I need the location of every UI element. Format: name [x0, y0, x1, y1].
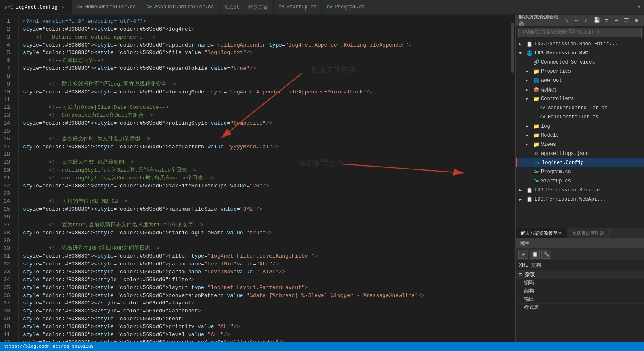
prop-icon-1[interactable]: ⊞ — [518, 250, 528, 259]
toolbar-icon-settings[interactable]: ⚙ — [632, 16, 641, 25]
tree-icon-5: 📦 — [532, 86, 540, 93]
prop-name-schema: 架构 — [524, 287, 583, 295]
tree-item-17[interactable]: ▶📋LDG.Permission.WebApi... — [516, 195, 644, 204]
tree-arrow-16[interactable]: ▶ — [519, 188, 526, 193]
toolbar-icon-filter[interactable]: ☰ — [622, 16, 631, 25]
tree-item-15[interactable]: C#Startup.cs — [516, 177, 644, 186]
properties-header: 属性 — [516, 238, 644, 248]
code-editor[interactable]: <?xml version="1.0" encoding="utf-8"?>st… — [19, 15, 509, 342]
line-number-22: 22 — [0, 182, 14, 190]
line-number-31: 31 — [0, 253, 14, 260]
tree-item-1[interactable]: ▼🌐LDG.Permission.MVC — [516, 49, 644, 58]
tree-item-5[interactable]: ▶📦依赖项 — [516, 85, 644, 94]
line-number-35: 35 — [0, 284, 14, 292]
line-number-38: 38 — [0, 307, 14, 315]
prop-icon-3[interactable]: 🔧 — [541, 250, 551, 259]
tab-log4net[interactable]: xml log4net.Config ✕ — [0, 0, 72, 14]
line-number-30: 30 — [0, 245, 14, 253]
code-line-12: <!--可以为:Once|Size|Date|Composite--> — [23, 104, 509, 112]
tree-arrow-11[interactable]: ▶ — [526, 142, 532, 147]
tree-icon-9: 📁 — [532, 123, 540, 130]
right-panel: 解决方案资源管理器 ↻ ← ⌂ 💾 ≡ ↩ ☰ ⚙ ▶📋LDG.Permissi… — [515, 15, 644, 342]
prop-row-output: 输出 — [516, 295, 644, 304]
prop-icon-2[interactable]: 📋 — [530, 250, 540, 259]
tab-bar: xml log4net.Config ✕ C# HomeController.c… — [0, 0, 644, 15]
tree-label-13: log4net.Config — [542, 160, 642, 166]
tree-arrow-6[interactable]: ▼ — [526, 97, 532, 101]
tree-label-10: Models — [541, 133, 642, 138]
tree-item-12[interactable]: ⚙appsettings.json — [516, 149, 644, 158]
tree-arrow-17[interactable]: ▶ — [519, 197, 526, 202]
tab-cs-icon-2: C# — [146, 5, 152, 10]
tree-item-0[interactable]: ▶📋LDG.Permission.ModelEntit... — [516, 39, 644, 49]
tree-item-10[interactable]: ▶📁Models — [516, 131, 644, 140]
line-number-11: 11 — [0, 96, 14, 104]
tree-item-7[interactable]: C#AccountController.cs — [516, 103, 644, 113]
tab-startup[interactable]: C# Startup.cs — [274, 0, 322, 14]
tree-item-3[interactable]: ▶📁Properties — [516, 67, 644, 76]
bottom-tab-team[interactable]: 团队资源管理器 — [567, 228, 610, 238]
toolbar-icon-home[interactable]: ⌂ — [583, 16, 591, 25]
code-line-38: style="color:#808080"></style="color:#56… — [23, 307, 509, 315]
tab-close-log4net[interactable]: ✕ — [60, 4, 67, 11]
tree-arrow-10[interactable]: ▶ — [526, 133, 532, 138]
code-line-27: <!--置为true,当前最新日志文件名永远为file节中的名字--> — [23, 221, 509, 229]
tab-cs-icon-3: C# — [279, 5, 284, 10]
tab-overflow[interactable]: ▼ — [634, 0, 644, 14]
scrollbar-thumb[interactable] — [511, 23, 514, 73]
prop-name-encoding: 编码 — [524, 279, 583, 286]
code-line-37: style="color:#808080"></style="color:#56… — [23, 299, 509, 307]
tree-item-11[interactable]: ▶📁Views — [516, 140, 644, 149]
editor-scrollbar[interactable] — [509, 15, 515, 342]
tree-item-14[interactable]: C#Program.cs — [516, 167, 644, 177]
tree-item-6[interactable]: ▼📁Controllers — [516, 94, 644, 103]
line-number-33: 33 — [0, 268, 14, 276]
toolbar-icon-preview[interactable]: ↩ — [612, 16, 621, 25]
code-line-19: <!--日志最大个数,都是最新的--> — [23, 159, 509, 167]
code-line-29 — [23, 237, 509, 245]
tree-item-2[interactable]: 🔗Connected Services — [516, 58, 644, 67]
code-line-5: style="color:#808080"><style="color:#569… — [23, 49, 509, 57]
tree-item-8[interactable]: C#HomeController.cs — [516, 113, 644, 122]
tree-icon-16: 📋 — [526, 187, 533, 194]
tree-label-7: AccountController.cs — [548, 105, 642, 111]
toolbar-icon-back[interactable]: ← — [573, 16, 581, 25]
code-line-34: style="color:#808080"></style="color:#56… — [23, 276, 509, 284]
tree-label-1: LDG.Permission.MVC — [534, 50, 642, 56]
tab-nuget[interactable]: NuGet - 解决方案 — [220, 0, 274, 14]
code-line-25: style="color:#808080"><style="color:#569… — [23, 206, 509, 214]
toolbar-icon-sync[interactable]: ↻ — [563, 16, 571, 25]
tab-label-home: HomeController.cs — [85, 4, 136, 10]
solution-search[interactable] — [518, 28, 642, 37]
tab-label-log4net: log4net.Config — [16, 5, 58, 10]
line-number-40: 40 — [0, 323, 14, 331]
toolbar-icon-save[interactable]: 💾 — [593, 16, 601, 25]
tree-item-9[interactable]: ▶📁log — [516, 122, 644, 131]
code-line-32: style="color:#808080"><style="color:#569… — [23, 260, 509, 268]
tree-item-16[interactable]: ▶📋LDG.Permission.Service — [516, 186, 644, 195]
tree-arrow-4[interactable]: ▶ — [526, 78, 532, 83]
code-line-20: <!--rollingStyle节点为Size时,只能有value个日志--> — [23, 167, 509, 174]
tree-item-4[interactable]: ▶🌐wwwroot — [516, 76, 644, 85]
line-number-17: 17 — [0, 143, 14, 151]
code-line-1: <?xml version="1.0" encoding="utf-8"?> — [23, 18, 509, 26]
code-line-2: style="color:#808080"><style="color:#569… — [23, 26, 509, 34]
toolbar-icon-properties[interactable]: ≡ — [602, 16, 611, 25]
tree-arrow-9[interactable]: ▶ — [526, 124, 532, 129]
code-line-21: <!--rollingStyle节点为Composite时,每天有value个日… — [23, 174, 509, 182]
tab-homecontroller[interactable]: C# HomeController.cs — [72, 0, 142, 14]
tree-item-13[interactable]: ⚙log4net.Config — [516, 158, 644, 167]
tab-program[interactable]: C# Program.cs — [322, 0, 370, 14]
line-number-34: 34 — [0, 276, 14, 284]
tree-icon-17: 📋 — [526, 196, 533, 203]
line-number-26: 26 — [0, 214, 14, 221]
line-number-42: 42 — [0, 339, 14, 342]
tree-arrow-3[interactable]: ▶ — [526, 69, 532, 74]
prop-row-stylesheet: 样式表 — [516, 304, 644, 312]
tab-accountcontroller[interactable]: C# AccountController.cs — [141, 0, 219, 14]
tree-arrow-0[interactable]: ▶ — [519, 42, 526, 47]
tree-arrow-5[interactable]: ▶ — [526, 87, 532, 92]
tree-arrow-1[interactable]: ▼ — [519, 51, 526, 56]
bottom-tab-solution[interactable]: 解决方案资源管理器 — [516, 228, 567, 238]
line-number-27: 27 — [0, 221, 14, 229]
